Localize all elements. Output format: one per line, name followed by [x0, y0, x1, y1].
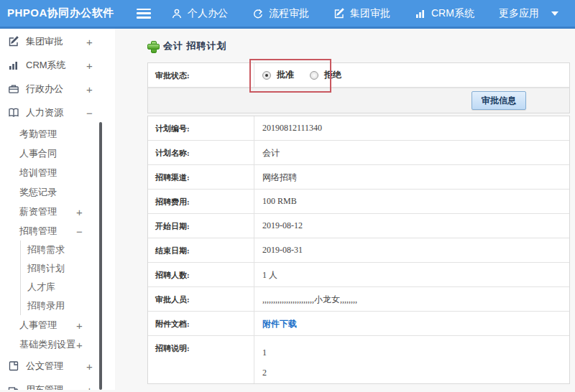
- sidebar-item[interactable]: 人力资源−: [0, 101, 115, 124]
- nav-item[interactable]: 流程审批: [252, 7, 309, 20]
- sidebar-item[interactable]: 基础类别设置+: [0, 335, 115, 354]
- approval-status-table: 审批状态: 批准 拒绝 审批信息: [147, 62, 570, 113]
- sidebar-item-label: 用车管理: [26, 383, 63, 391]
- sidebar-item-label: 薪资管理: [19, 205, 57, 218]
- reject-radio[interactable]: [310, 71, 318, 80]
- field-label: 计划编号:: [148, 116, 254, 140]
- page-title: 会计 招聘计划: [163, 39, 227, 52]
- nav-item[interactable]: CRM系统: [415, 7, 474, 20]
- field-label: 招聘说明:: [148, 336, 254, 383]
- approval-info-button[interactable]: 审批信息: [472, 91, 526, 110]
- approval-button-row: 审批信息: [148, 88, 569, 113]
- bar-chart-icon: [7, 59, 19, 71]
- expand-plus-icon[interactable]: +: [76, 206, 83, 217]
- sidebar-item-label: 招聘计划: [27, 262, 65, 275]
- nav-item[interactable]: 个人办公: [171, 7, 228, 20]
- chevron-down-icon: [551, 11, 558, 16]
- sidebar-item[interactable]: 人事管理+: [0, 315, 115, 335]
- field-label: 开始日期:: [148, 214, 254, 238]
- truck-icon: [7, 383, 19, 390]
- sidebar-item-label: 集团审批: [26, 35, 63, 48]
- sidebar-item-label: 公文管理: [26, 360, 63, 373]
- sidebar-item-label: 基础类别设置: [19, 338, 75, 351]
- sidebar-item-label: 人事管理: [19, 319, 57, 332]
- recruit-plan-detail-table: 计划编号: 20190812111340 计划名称: 会计 招聘渠道: 网络招聘…: [147, 116, 570, 384]
- approval-status-row: 审批状态: 批准 拒绝: [148, 63, 569, 88]
- document-icon: [7, 360, 19, 372]
- field-value: 100 RMB: [254, 190, 569, 213]
- field-value: 2019-08-12: [254, 214, 569, 238]
- table-row: 计划编号: 20190812111340: [148, 116, 569, 141]
- sidebar-item[interactable]: 招聘管理−: [0, 221, 115, 241]
- top-nav: 个人办公流程审批集团审批CRM系统更多应用: [171, 7, 558, 20]
- collapse-minus-icon[interactable]: −: [86, 107, 93, 118]
- sidebar-item[interactable]: 行政办公+: [0, 77, 115, 101]
- sidebar-item-label: 培训管理: [19, 167, 57, 179]
- table-row: 招聘费用: 100 RMB: [148, 190, 569, 214]
- table-row: 审批人员: ,,,,,,,,,,,,,,,,,,,,,,,,小龙女,,,,,,,…: [148, 287, 569, 312]
- hamburger-menu-icon[interactable]: [137, 9, 151, 19]
- table-row: 招聘说明: 12: [148, 336, 569, 383]
- nav-item-label: 个人办公: [188, 7, 228, 20]
- field-label: 招聘渠道:: [148, 165, 254, 189]
- sidebar-item-label: 奖惩记录: [19, 186, 57, 199]
- sidebar-item[interactable]: CRM系统+: [0, 53, 115, 77]
- flow-cycle-icon: [252, 8, 264, 19]
- field-label: 招聘人数:: [148, 263, 254, 286]
- expand-plus-icon[interactable]: +: [86, 83, 93, 94]
- sidebar-item[interactable]: 人事合同: [0, 144, 115, 163]
- table-row: 招聘渠道: 网络招聘: [148, 165, 569, 190]
- briefcase-icon: [7, 83, 19, 95]
- sidebar-item[interactable]: 用车管理+: [0, 378, 115, 390]
- expand-plus-icon[interactable]: +: [86, 36, 93, 47]
- book-icon: [7, 106, 19, 118]
- expand-plus-icon[interactable]: +: [76, 319, 83, 330]
- person-icon: [171, 8, 183, 19]
- bar-chart-icon: [415, 8, 426, 19]
- field-label: 审批人员:: [148, 287, 254, 311]
- app-title: PHPOA协同办公软件: [0, 6, 137, 20]
- expand-plus-icon[interactable]: +: [86, 60, 93, 70]
- nav-item[interactable]: 集团审批: [334, 7, 390, 20]
- edit-square-icon: [334, 8, 345, 19]
- expand-plus-icon[interactable]: +: [86, 384, 93, 390]
- sidebar-scrollbar[interactable]: [99, 122, 102, 390]
- attachment-download-link[interactable]: 附件下载: [262, 319, 297, 329]
- table-row: 计划名称: 会计: [148, 141, 569, 165]
- sidebar-item-label: 考勤管理: [19, 128, 57, 141]
- sidebar-item-label: 招聘管理: [19, 225, 57, 238]
- top-bar: PHPOA协同办公软件 个人办公流程审批集团审批CRM系统更多应用: [0, 0, 575, 29]
- field-value: 会计: [254, 141, 569, 164]
- nav-item-label: 集团审批: [350, 7, 390, 20]
- nav-item-label: CRM系统: [431, 7, 474, 20]
- field-value: 12: [254, 336, 569, 383]
- nav-item[interactable]: 更多应用: [499, 7, 558, 20]
- nav-item-label: 更多应用: [499, 7, 539, 20]
- approve-radio[interactable]: [262, 71, 271, 80]
- sidebar-item[interactable]: 集团审批+: [0, 29, 115, 53]
- description-line: 2: [262, 363, 564, 383]
- sidebar-item[interactable]: 公文管理+: [0, 354, 115, 378]
- sidebar-item-label: CRM系统: [26, 59, 66, 72]
- expand-plus-icon[interactable]: +: [86, 360, 93, 371]
- approve-radio-label: 批准: [277, 69, 294, 81]
- sidebar-item-label: 人力资源: [26, 106, 63, 119]
- reject-radio-label: 拒绝: [324, 69, 341, 81]
- field-value: 20190812111340: [254, 116, 569, 140]
- sidebar-item[interactable]: 奖惩记录: [0, 182, 115, 202]
- sidebar-item-label: 招聘录用: [27, 299, 65, 312]
- sidebar-item[interactable]: 薪资管理+: [0, 202, 115, 221]
- sidebar-item-label: 人事合同: [19, 147, 57, 160]
- field-value: 2019-08-31: [254, 238, 569, 262]
- nav-item-label: 流程审批: [269, 7, 309, 20]
- collapse-minus-icon[interactable]: −: [76, 225, 83, 236]
- sidebar-menu: 集团审批+CRM系统+行政办公+人力资源−考勤管理人事合同培训管理奖惩记录薪资管…: [0, 29, 115, 390]
- edit-square-icon: [7, 35, 19, 47]
- expand-plus-icon[interactable]: +: [76, 339, 83, 350]
- sidebar-item-label: 招聘需求: [27, 243, 65, 256]
- main-content: 会计 招聘计划 审批状态: 批准 拒绝 审批信息 计划编号: 201908121…: [115, 29, 575, 390]
- sidebar-item[interactable]: 考勤管理: [0, 124, 115, 144]
- field-value: ,,,,,,,,,,,,,,,,,,,,,,,,小龙女,,,,,,,,: [254, 287, 569, 311]
- table-row: 开始日期: 2019-08-12: [148, 214, 569, 238]
- sidebar-item[interactable]: 培训管理: [0, 163, 115, 182]
